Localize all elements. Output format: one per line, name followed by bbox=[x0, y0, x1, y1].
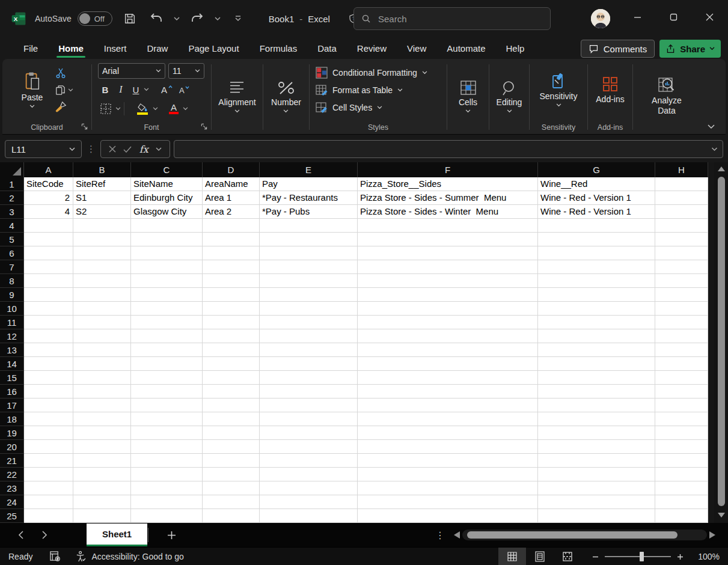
format-as-table-button[interactable]: Format as Table bbox=[310, 82, 447, 98]
cell-G9[interactable] bbox=[538, 288, 655, 302]
zoom-in-icon[interactable] bbox=[677, 554, 684, 560]
cell-B12[interactable] bbox=[73, 329, 131, 343]
cell-B19[interactable] bbox=[73, 426, 131, 440]
cell-F16[interactable] bbox=[358, 385, 538, 399]
font-color-button[interactable]: A bbox=[167, 103, 181, 114]
cell-D20[interactable] bbox=[203, 440, 260, 454]
macro-record-icon[interactable] bbox=[49, 551, 61, 562]
row-header-5[interactable]: 5 bbox=[0, 233, 24, 246]
zoom-out-icon[interactable] bbox=[592, 554, 599, 560]
cell-B11[interactable] bbox=[73, 316, 131, 329]
column-header-G[interactable]: G bbox=[538, 162, 655, 177]
zoom-slider[interactable] bbox=[605, 556, 671, 557]
cell-A21[interactable] bbox=[24, 454, 73, 468]
tab-automate[interactable]: Automate bbox=[436, 38, 495, 58]
tab-formulas[interactable]: Formulas bbox=[249, 38, 308, 58]
cell-G23[interactable] bbox=[538, 481, 655, 495]
cell-F1[interactable]: Pizza_Store__Sides bbox=[358, 177, 538, 191]
cell-C12[interactable] bbox=[131, 329, 203, 343]
cell-D16[interactable] bbox=[203, 385, 260, 399]
cell-F22[interactable] bbox=[358, 468, 538, 481]
cell-D14[interactable] bbox=[203, 357, 260, 371]
cell-H16[interactable] bbox=[655, 385, 708, 399]
font-dialog-launcher-icon[interactable] bbox=[201, 123, 207, 130]
row-header-10[interactable]: 10 bbox=[0, 302, 24, 316]
column-header-A[interactable]: A bbox=[24, 162, 73, 177]
cell-F5[interactable] bbox=[358, 233, 538, 246]
name-box[interactable]: L11 bbox=[5, 140, 82, 158]
cell-E7[interactable] bbox=[260, 260, 358, 274]
cell-H23[interactable] bbox=[655, 481, 708, 495]
cell-F3[interactable]: Pizza Store - Sides - Winter Menu bbox=[358, 205, 538, 219]
cell-G10[interactable] bbox=[538, 302, 655, 316]
underline-dropdown-icon[interactable] bbox=[144, 88, 149, 91]
horizontal-scroll-thumb[interactable] bbox=[467, 531, 678, 539]
cell-H5[interactable] bbox=[655, 233, 708, 246]
cell-B23[interactable] bbox=[73, 481, 131, 495]
redo-icon[interactable] bbox=[188, 10, 206, 28]
cell-B2[interactable]: S1 bbox=[73, 191, 131, 205]
user-avatar[interactable] bbox=[591, 9, 610, 28]
cell-H8[interactable] bbox=[655, 274, 708, 288]
zoom-slider-handle[interactable] bbox=[640, 552, 644, 561]
cell-F7[interactable] bbox=[358, 260, 538, 274]
cell-E14[interactable] bbox=[260, 357, 358, 371]
cell-G18[interactable] bbox=[538, 412, 655, 426]
row-header-19[interactable]: 19 bbox=[0, 426, 24, 440]
sheet-options-icon[interactable]: ⋮ bbox=[434, 523, 446, 547]
cell-D10[interactable] bbox=[203, 302, 260, 316]
cell-B25[interactable] bbox=[73, 509, 131, 523]
normal-view-button[interactable] bbox=[498, 548, 526, 565]
cell-D5[interactable] bbox=[203, 233, 260, 246]
cell-E2[interactable]: *Pay - Restaurants bbox=[260, 191, 358, 205]
cell-B15[interactable] bbox=[73, 371, 131, 385]
cell-H24[interactable] bbox=[655, 495, 708, 509]
accessibility-status[interactable]: Accessibility: Good to go bbox=[91, 552, 183, 561]
cell-B5[interactable] bbox=[73, 233, 131, 246]
vertical-scroll-thumb[interactable] bbox=[718, 177, 725, 506]
cell-D13[interactable] bbox=[203, 343, 260, 357]
cell-D12[interactable] bbox=[203, 329, 260, 343]
cell-A11[interactable] bbox=[24, 316, 73, 329]
scroll-left-icon[interactable] bbox=[454, 531, 460, 539]
cell-D4[interactable] bbox=[203, 219, 260, 233]
redo-dropdown-icon[interactable] bbox=[215, 17, 221, 21]
cell-A24[interactable] bbox=[24, 495, 73, 509]
horizontal-scrollbar[interactable] bbox=[454, 528, 715, 542]
cell-D24[interactable] bbox=[203, 495, 260, 509]
italic-button[interactable]: I bbox=[114, 84, 128, 95]
cell-B24[interactable] bbox=[73, 495, 131, 509]
cell-E19[interactable] bbox=[260, 426, 358, 440]
cell-C16[interactable] bbox=[131, 385, 203, 399]
row-header-12[interactable]: 12 bbox=[0, 329, 24, 343]
column-header-B[interactable]: B bbox=[73, 162, 131, 177]
cell-F18[interactable] bbox=[358, 412, 538, 426]
number-button[interactable]: Number bbox=[268, 79, 305, 114]
search-bar[interactable] bbox=[353, 7, 551, 30]
column-header-D[interactable]: D bbox=[203, 162, 260, 177]
cell-H2[interactable] bbox=[655, 191, 708, 205]
cell-E12[interactable] bbox=[260, 329, 358, 343]
cell-G24[interactable] bbox=[538, 495, 655, 509]
cell-H6[interactable] bbox=[655, 246, 708, 260]
cell-A4[interactable] bbox=[24, 219, 73, 233]
cell-G11[interactable] bbox=[538, 316, 655, 329]
cell-E18[interactable] bbox=[260, 412, 358, 426]
fx-dropdown-icon[interactable] bbox=[156, 147, 162, 151]
cell-A16[interactable] bbox=[24, 385, 73, 399]
next-sheet-icon[interactable] bbox=[32, 523, 57, 547]
cut-button[interactable] bbox=[52, 65, 76, 82]
format-painter-button[interactable] bbox=[52, 99, 76, 115]
borders-button[interactable] bbox=[98, 103, 114, 115]
addins-button[interactable]: Add-ins bbox=[592, 75, 628, 106]
new-sheet-button[interactable] bbox=[158, 523, 185, 547]
insert-function-icon[interactable]: fx bbox=[139, 144, 148, 155]
cell-D19[interactable] bbox=[203, 426, 260, 440]
cell-B10[interactable] bbox=[73, 302, 131, 316]
cell-C1[interactable]: SiteName bbox=[131, 177, 203, 191]
cell-G16[interactable] bbox=[538, 385, 655, 399]
cell-E23[interactable] bbox=[260, 481, 358, 495]
row-header-21[interactable]: 21 bbox=[0, 454, 24, 468]
font-size-combo[interactable]: 11 bbox=[168, 63, 204, 79]
cell-H10[interactable] bbox=[655, 302, 708, 316]
